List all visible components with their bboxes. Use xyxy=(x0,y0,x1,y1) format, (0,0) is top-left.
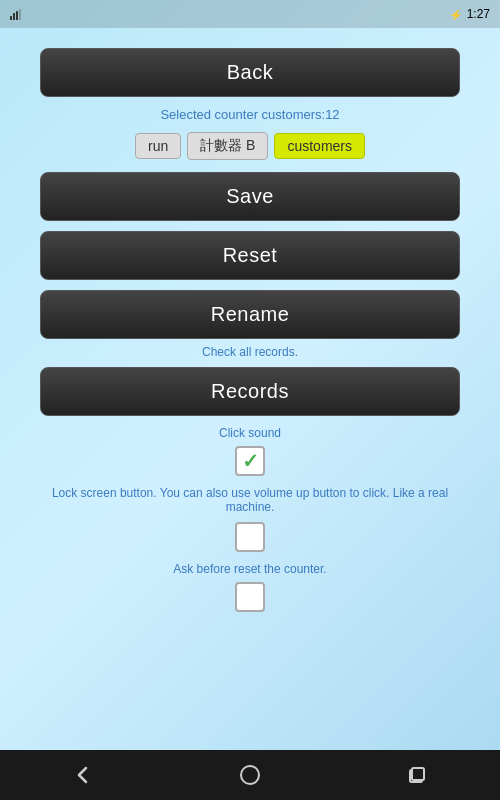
nav-home-icon xyxy=(239,764,261,786)
signal-icon xyxy=(10,8,24,20)
save-button[interactable]: Save xyxy=(40,172,460,221)
checkmark-icon: ✓ xyxy=(242,451,259,471)
nav-back-button[interactable] xyxy=(52,756,114,794)
status-bar: ⚡ 1:27 xyxy=(0,0,500,28)
click-sound-checkbox[interactable]: ✓ xyxy=(235,446,265,476)
nav-back-icon xyxy=(72,764,94,786)
svg-rect-1 xyxy=(13,13,15,20)
status-time: 1:27 xyxy=(467,7,490,21)
counter-tags: run 計數器 B customers xyxy=(135,132,365,160)
svg-text:⚡: ⚡ xyxy=(449,8,461,20)
lock-screen-checkbox-container xyxy=(235,522,265,552)
svg-rect-7 xyxy=(412,768,424,780)
nav-bar xyxy=(0,750,500,800)
svg-rect-2 xyxy=(16,11,18,20)
tag-customers[interactable]: customers xyxy=(274,133,365,159)
status-right: ⚡ 1:27 xyxy=(447,7,490,21)
nav-recents-icon xyxy=(406,764,428,786)
rename-button[interactable]: Rename xyxy=(40,290,460,339)
click-sound-label: Click sound xyxy=(219,426,281,440)
lock-screen-text: Lock screen button. You can also use vol… xyxy=(40,486,460,514)
svg-point-5 xyxy=(241,766,259,784)
back-button[interactable]: Back xyxy=(40,48,460,97)
ask-reset-checkbox[interactable] xyxy=(235,582,265,612)
nav-home-button[interactable] xyxy=(219,756,281,794)
nav-recents-button[interactable] xyxy=(386,756,448,794)
bluetooth-icon: ⚡ xyxy=(447,8,461,20)
reset-button[interactable]: Reset xyxy=(40,231,460,280)
records-button[interactable]: Records xyxy=(40,367,460,416)
svg-rect-3 xyxy=(19,9,21,20)
click-sound-checkbox-container: ✓ xyxy=(235,446,265,476)
selected-counter-text: Selected counter customers:12 xyxy=(160,107,339,122)
svg-rect-0 xyxy=(10,16,12,20)
check-all-records-text: Check all records. xyxy=(202,345,298,359)
ask-reset-checkbox-container xyxy=(235,582,265,612)
main-content: Back Selected counter customers:12 run 計… xyxy=(0,28,500,750)
status-left xyxy=(10,8,24,20)
tag-kanji: 計數器 B xyxy=(187,132,268,160)
ask-reset-text: Ask before reset the counter. xyxy=(173,562,326,576)
tag-run[interactable]: run xyxy=(135,133,181,159)
lock-screen-checkbox[interactable] xyxy=(235,522,265,552)
